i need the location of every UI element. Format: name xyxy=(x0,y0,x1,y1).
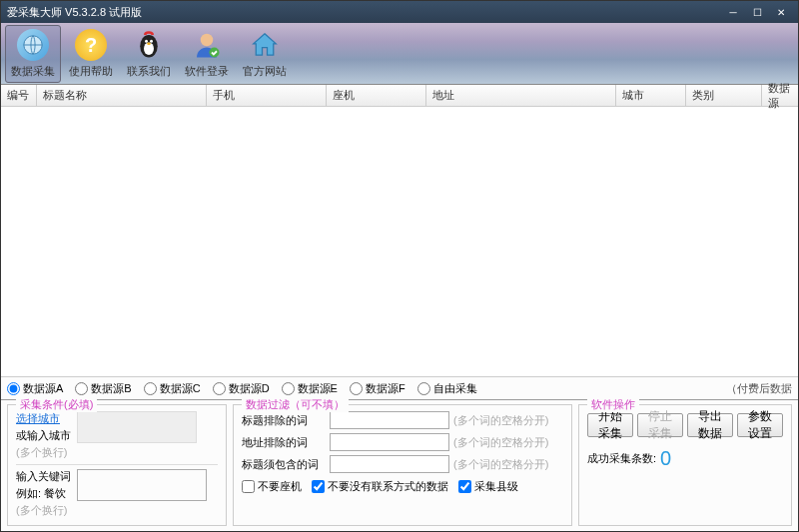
toolbar-help[interactable]: ? 使用帮助 xyxy=(63,25,119,83)
col-landline[interactable]: 座机 xyxy=(327,85,426,106)
stop-button[interactable]: 停止采集 xyxy=(637,413,683,437)
filter-legend: 数据过滤（可不填） xyxy=(242,397,349,412)
filter-hint1: (多个词的空格分开) xyxy=(453,413,548,428)
operations-fieldset: 软件操作 开始采集 停止采集 导出数据 参数设置 成功采集条数: 0 xyxy=(578,404,792,526)
cb-no-contact[interactable]: 不要没有联系方式的数据 xyxy=(312,479,448,494)
help-icon: ? xyxy=(75,29,107,61)
toolbar-login[interactable]: 软件登录 xyxy=(179,25,235,83)
main-toolbar: 数据采集 ? 使用帮助 联系我们 软件登录 官方网站 xyxy=(1,23,798,85)
home-icon xyxy=(249,29,281,61)
svg-point-6 xyxy=(201,34,214,47)
addr-exclude-label: 地址排除的词 xyxy=(242,435,326,450)
settings-button[interactable]: 参数设置 xyxy=(737,413,783,437)
col-id[interactable]: 编号 xyxy=(1,85,37,106)
toolbar-label: 联系我们 xyxy=(127,64,171,79)
toolbar-website[interactable]: 官方网站 xyxy=(237,25,293,83)
filter-hint2: (多个词的空格分开) xyxy=(453,435,548,450)
app-title: 爱采集大师 V5.3.2.8 试用版 xyxy=(7,5,142,20)
select-city-link[interactable]: 选择城市 xyxy=(16,411,71,426)
table-header: 编号 标题名称 手机 座机 地址 城市 类别 数据源 xyxy=(1,85,798,107)
source-free[interactable]: 自由采集 xyxy=(417,381,477,396)
col-category[interactable]: 类别 xyxy=(686,85,762,106)
conditions-fieldset: 采集条件(必填) 选择城市 或输入城市 (多个换行) 输入关键词 例如: 餐饮 … xyxy=(7,404,227,526)
success-count-label: 成功采集条数: xyxy=(587,451,656,466)
toolbar-label: 数据采集 xyxy=(11,64,55,79)
col-title[interactable]: 标题名称 xyxy=(37,85,207,106)
title-exclude-label: 标题排除的词 xyxy=(242,413,326,428)
paid-note: （付费后数据 xyxy=(726,381,792,396)
minimize-button[interactable]: ─ xyxy=(722,5,744,19)
window-controls: ─ ☐ ✕ xyxy=(722,5,792,19)
penguin-icon xyxy=(133,29,165,61)
keyword-input[interactable] xyxy=(77,469,207,501)
col-address[interactable]: 地址 xyxy=(426,85,616,106)
datasource-bar: 数据源A 数据源B 数据源C 数据源D 数据源E 数据源F 自由采集 （付费后数… xyxy=(1,376,798,400)
maximize-button[interactable]: ☐ xyxy=(746,5,768,19)
col-city[interactable]: 城市 xyxy=(616,85,686,106)
toolbar-label: 软件登录 xyxy=(185,64,229,79)
close-button[interactable]: ✕ xyxy=(770,5,792,19)
source-c[interactable]: 数据源C xyxy=(144,381,201,396)
table-body xyxy=(1,107,798,376)
input-keyword-label: 输入关键词 xyxy=(16,469,71,484)
multi-line-hint: (多个换行) xyxy=(16,445,71,460)
export-button[interactable]: 导出数据 xyxy=(687,413,733,437)
user-login-icon xyxy=(191,29,223,61)
toolbar-contact[interactable]: 联系我们 xyxy=(121,25,177,83)
source-a[interactable]: 数据源A xyxy=(7,381,63,396)
source-e[interactable]: 数据源E xyxy=(282,381,338,396)
globe-icon xyxy=(17,29,49,61)
svg-point-4 xyxy=(150,40,153,43)
source-b[interactable]: 数据源B xyxy=(75,381,131,396)
multi-line-hint2: (多个换行) xyxy=(16,503,71,518)
start-button[interactable]: 开始采集 xyxy=(587,413,633,437)
city-preview-box xyxy=(77,411,197,443)
title-exclude-input[interactable] xyxy=(330,411,449,429)
toolbar-collect[interactable]: 数据采集 xyxy=(5,25,61,83)
or-input-city-label: 或输入城市 xyxy=(16,428,71,443)
toolbar-label: 使用帮助 xyxy=(69,64,113,79)
col-source[interactable]: 数据源 xyxy=(762,85,798,106)
success-count-value: 0 xyxy=(660,447,671,470)
svg-point-3 xyxy=(145,40,148,43)
source-d[interactable]: 数据源D xyxy=(213,381,270,396)
filter-fieldset: 数据过滤（可不填） 标题排除的词 (多个词的空格分开) 地址排除的词 (多个词的… xyxy=(233,404,572,526)
conditions-legend: 采集条件(必填) xyxy=(16,397,97,412)
keyword-example: 例如: 餐饮 xyxy=(16,486,71,501)
cb-no-landline[interactable]: 不要座机 xyxy=(242,479,302,494)
ops-legend: 软件操作 xyxy=(587,397,639,412)
col-mobile[interactable]: 手机 xyxy=(207,85,327,106)
svg-point-5 xyxy=(147,43,151,46)
titlebar: 爱采集大师 V5.3.2.8 试用版 ─ ☐ ✕ xyxy=(1,1,798,23)
cb-county[interactable]: 采集县级 xyxy=(458,479,518,494)
title-include-input[interactable] xyxy=(330,455,449,473)
title-include-label: 标题须包含的词 xyxy=(242,457,326,472)
source-f[interactable]: 数据源F xyxy=(350,381,405,396)
addr-exclude-input[interactable] xyxy=(330,433,449,451)
filter-hint3: (多个词的空格分开) xyxy=(453,457,548,472)
toolbar-label: 官方网站 xyxy=(243,64,287,79)
bottom-panel: 采集条件(必填) 选择城市 或输入城市 (多个换行) 输入关键词 例如: 餐饮 … xyxy=(1,400,798,530)
